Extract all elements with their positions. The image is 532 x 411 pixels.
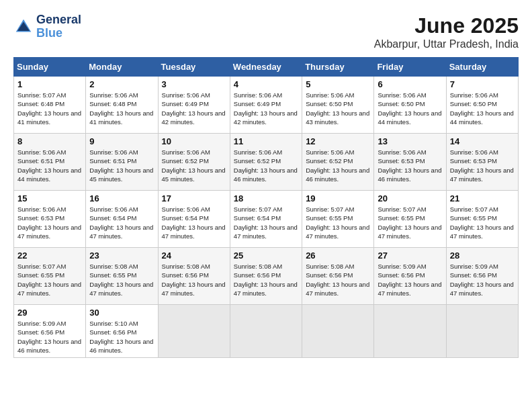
day-info: Sunrise: 5:06 AMSunset: 6:50 PMDaylight:… xyxy=(450,91,515,126)
day-number: 10 xyxy=(162,136,226,146)
day-info: Sunrise: 5:06 AMSunset: 6:52 PMDaylight:… xyxy=(162,148,226,183)
day-info: Sunrise: 5:09 AMSunset: 6:56 PMDaylight:… xyxy=(378,262,442,298)
table-row: 23Sunrise: 5:08 AMSunset: 6:55 PMDayligh… xyxy=(86,248,158,305)
day-number: 20 xyxy=(378,193,442,203)
page-header: General Blue June 2025 Akbarpur, Uttar P… xyxy=(13,13,519,50)
day-number: 30 xyxy=(89,308,154,318)
day-info: Sunrise: 5:06 AMSunset: 6:51 PMDaylight:… xyxy=(89,148,154,183)
day-number: 21 xyxy=(450,193,515,203)
col-sunday: Sunday xyxy=(14,58,86,77)
title-block: June 2025 Akbarpur, Uttar Pradesh, India xyxy=(374,13,519,50)
table-row: 2Sunrise: 5:06 AMSunset: 6:48 PMDaylight… xyxy=(86,77,158,134)
day-info: Sunrise: 5:06 AMSunset: 6:48 PMDaylight:… xyxy=(89,91,154,126)
table-row: 11Sunrise: 5:06 AMSunset: 6:52 PMDayligh… xyxy=(230,134,302,191)
day-info: Sunrise: 5:09 AMSunset: 6:56 PMDaylight:… xyxy=(450,262,515,298)
col-saturday: Saturday xyxy=(446,58,518,77)
day-info: Sunrise: 5:06 AMSunset: 6:51 PMDaylight:… xyxy=(17,148,82,183)
logo-text: General Blue xyxy=(36,13,81,40)
table-row: 26Sunrise: 5:08 AMSunset: 6:56 PMDayligh… xyxy=(302,248,374,305)
logo-icon xyxy=(13,17,34,37)
table-row: 6Sunrise: 5:06 AMSunset: 6:50 PMDaylight… xyxy=(374,77,446,134)
table-row: 16Sunrise: 5:06 AMSunset: 6:54 PMDayligh… xyxy=(86,191,158,248)
table-row: 13Sunrise: 5:06 AMSunset: 6:53 PMDayligh… xyxy=(374,134,446,191)
table-row: 3Sunrise: 5:06 AMSunset: 6:49 PMDaylight… xyxy=(158,77,230,134)
table-row: 28Sunrise: 5:09 AMSunset: 6:56 PMDayligh… xyxy=(446,248,518,305)
logo-line1: General xyxy=(36,13,81,27)
day-info: Sunrise: 5:06 AMSunset: 6:53 PMDaylight:… xyxy=(17,205,82,240)
day-info: Sunrise: 5:06 AMSunset: 6:50 PMDaylight:… xyxy=(378,91,442,126)
day-number: 11 xyxy=(234,136,298,146)
day-info: Sunrise: 5:06 AMSunset: 6:53 PMDaylight:… xyxy=(378,148,442,183)
table-row: 25Sunrise: 5:08 AMSunset: 6:56 PMDayligh… xyxy=(230,248,302,305)
day-info: Sunrise: 5:06 AMSunset: 6:50 PMDaylight:… xyxy=(306,91,370,126)
day-number: 18 xyxy=(234,193,298,203)
day-info: Sunrise: 5:10 AMSunset: 6:56 PMDaylight:… xyxy=(89,319,154,355)
col-thursday: Thursday xyxy=(302,58,374,77)
table-row: 14Sunrise: 5:06 AMSunset: 6:53 PMDayligh… xyxy=(446,134,518,191)
day-info: Sunrise: 5:08 AMSunset: 6:56 PMDaylight:… xyxy=(306,262,370,298)
table-row: 18Sunrise: 5:07 AMSunset: 6:54 PMDayligh… xyxy=(230,191,302,248)
day-number: 27 xyxy=(378,250,442,261)
day-info: Sunrise: 5:08 AMSunset: 6:56 PMDaylight:… xyxy=(234,262,298,298)
day-info: Sunrise: 5:09 AMSunset: 6:56 PMDaylight:… xyxy=(17,319,82,355)
day-number: 13 xyxy=(378,136,442,146)
day-info: Sunrise: 5:07 AMSunset: 6:48 PMDaylight:… xyxy=(17,91,82,126)
day-number: 2 xyxy=(89,79,154,89)
day-number: 9 xyxy=(89,136,154,146)
day-info: Sunrise: 5:07 AMSunset: 6:55 PMDaylight:… xyxy=(450,205,515,240)
day-number: 7 xyxy=(450,79,515,89)
day-number: 6 xyxy=(378,79,442,89)
day-info: Sunrise: 5:06 AMSunset: 6:49 PMDaylight:… xyxy=(162,91,226,126)
day-number: 3 xyxy=(162,79,226,89)
day-number: 14 xyxy=(450,136,515,146)
day-info: Sunrise: 5:08 AMSunset: 6:55 PMDaylight:… xyxy=(89,262,154,298)
table-row: 12Sunrise: 5:06 AMSunset: 6:52 PMDayligh… xyxy=(302,134,374,191)
day-number: 5 xyxy=(306,79,370,89)
day-number: 23 xyxy=(89,250,154,261)
day-info: Sunrise: 5:07 AMSunset: 6:55 PMDaylight:… xyxy=(17,262,82,298)
table-row: 30Sunrise: 5:10 AMSunset: 6:56 PMDayligh… xyxy=(86,305,158,358)
table-row: 20Sunrise: 5:07 AMSunset: 6:55 PMDayligh… xyxy=(374,191,446,248)
day-number: 8 xyxy=(17,136,82,146)
table-row: 24Sunrise: 5:08 AMSunset: 6:56 PMDayligh… xyxy=(158,248,230,305)
day-info: Sunrise: 5:07 AMSunset: 6:55 PMDaylight:… xyxy=(306,205,370,240)
col-wednesday: Wednesday xyxy=(230,58,302,77)
day-number: 24 xyxy=(162,250,226,261)
col-monday: Monday xyxy=(86,58,158,77)
day-info: Sunrise: 5:07 AMSunset: 6:54 PMDaylight:… xyxy=(234,205,298,240)
day-number: 16 xyxy=(89,193,154,203)
table-row: 1Sunrise: 5:07 AMSunset: 6:48 PMDaylight… xyxy=(14,77,86,134)
day-number: 29 xyxy=(17,308,82,318)
day-number: 22 xyxy=(17,250,82,261)
month-title: June 2025 xyxy=(374,13,519,38)
logo-line2: Blue xyxy=(36,26,62,40)
day-number: 19 xyxy=(306,193,370,203)
day-info: Sunrise: 5:06 AMSunset: 6:54 PMDaylight:… xyxy=(89,205,154,240)
table-row: 8Sunrise: 5:06 AMSunset: 6:51 PMDaylight… xyxy=(14,134,86,191)
table-row: 21Sunrise: 5:07 AMSunset: 6:55 PMDayligh… xyxy=(446,191,518,248)
table-row: 22Sunrise: 5:07 AMSunset: 6:55 PMDayligh… xyxy=(14,248,86,305)
day-number: 28 xyxy=(450,250,515,261)
day-number: 4 xyxy=(234,79,298,89)
day-info: Sunrise: 5:07 AMSunset: 6:55 PMDaylight:… xyxy=(378,205,442,240)
day-number: 25 xyxy=(234,250,298,261)
table-row: 19Sunrise: 5:07 AMSunset: 6:55 PMDayligh… xyxy=(302,191,374,248)
day-number: 26 xyxy=(306,250,370,261)
calendar-table: Sunday Monday Tuesday Wednesday Thursday… xyxy=(13,57,519,358)
day-info: Sunrise: 5:08 AMSunset: 6:56 PMDaylight:… xyxy=(162,262,226,298)
day-info: Sunrise: 5:06 AMSunset: 6:52 PMDaylight:… xyxy=(306,148,370,183)
col-friday: Friday xyxy=(374,58,446,77)
table-row: 17Sunrise: 5:06 AMSunset: 6:54 PMDayligh… xyxy=(158,191,230,248)
col-tuesday: Tuesday xyxy=(158,58,230,77)
table-row: 10Sunrise: 5:06 AMSunset: 6:52 PMDayligh… xyxy=(158,134,230,191)
day-number: 12 xyxy=(306,136,370,146)
table-row: 7Sunrise: 5:06 AMSunset: 6:50 PMDaylight… xyxy=(446,77,518,134)
day-info: Sunrise: 5:06 AMSunset: 6:53 PMDaylight:… xyxy=(450,148,515,183)
logo: General Blue xyxy=(13,13,81,40)
day-number: 17 xyxy=(162,193,226,203)
day-number: 1 xyxy=(17,79,82,89)
table-row: 5Sunrise: 5:06 AMSunset: 6:50 PMDaylight… xyxy=(302,77,374,134)
table-row: 27Sunrise: 5:09 AMSunset: 6:56 PMDayligh… xyxy=(374,248,446,305)
table-row: 9Sunrise: 5:06 AMSunset: 6:51 PMDaylight… xyxy=(86,134,158,191)
table-row: 4Sunrise: 5:06 AMSunset: 6:49 PMDaylight… xyxy=(230,77,302,134)
